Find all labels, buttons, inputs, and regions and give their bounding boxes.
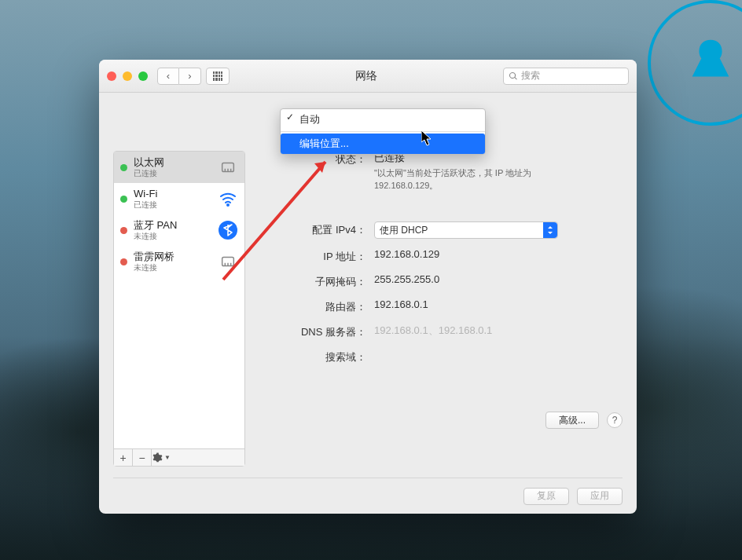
dropdown-separator	[281, 131, 485, 132]
ipv4-config-label: 配置 IPv4：	[258, 221, 374, 237]
cursor-icon	[421, 130, 434, 146]
status-dot	[120, 227, 127, 234]
subnet-mask-value: 255.255.255.0	[374, 273, 623, 285]
window-title: 网络	[230, 69, 503, 83]
status-dot	[120, 164, 127, 171]
interface-sidebar: 以太网 已连接 Wi-Fi 已连接	[113, 151, 245, 467]
show-all-button[interactable]	[206, 68, 230, 85]
location-dropdown[interactable]: 自动 编辑位置...	[280, 108, 486, 155]
forward-button[interactable]: ›	[179, 68, 201, 85]
search-placeholder: 搜索	[521, 69, 540, 82]
network-preferences-window: ‹ › 网络 搜索 位置： 自动 编辑位置...	[99, 60, 637, 514]
status-dot	[120, 196, 127, 203]
sidebar-item-thunderbolt-bridge[interactable]: 雷雳网桥 未连接	[114, 246, 244, 277]
thunderbolt-icon	[218, 251, 238, 272]
sidebar-toolbar: + − ▼	[114, 448, 244, 466]
back-button[interactable]: ‹	[157, 68, 179, 85]
search-domain-label: 搜索域：	[258, 349, 374, 364]
titlebar: ‹ › 网络 搜索	[99, 60, 637, 93]
location-option-edit[interactable]: 编辑位置...	[281, 134, 485, 154]
close-button[interactable]	[107, 71, 116, 81]
advanced-button[interactable]: 高级...	[545, 412, 599, 429]
help-button[interactable]: ?	[607, 412, 623, 428]
router-value: 192.168.0.1	[374, 298, 623, 310]
gear-icon	[152, 452, 163, 463]
sidebar-item-bluetooth-pan[interactable]: 蓝牙 PAN 未连接	[114, 214, 244, 246]
sidebar-item-wifi[interactable]: Wi-Fi 已连接	[114, 183, 244, 214]
sidebar-item-ethernet[interactable]: 以太网 已连接	[114, 152, 244, 183]
footer-separator	[113, 478, 623, 478]
apply-button[interactable]: 应用	[577, 488, 623, 505]
location-option-auto[interactable]: 自动	[281, 109, 485, 130]
dns-label: DNS 服务器：	[258, 324, 374, 339]
svg-point-3	[227, 204, 229, 206]
remove-interface-button[interactable]: −	[133, 449, 152, 466]
search-icon	[509, 71, 518, 81]
status-dot	[120, 258, 127, 265]
interface-actions-menu[interactable]: ▼	[152, 449, 171, 466]
ip-address-label: IP 地址：	[258, 248, 374, 264]
wifi-icon	[218, 188, 238, 209]
interface-detail: 状态： 已连接 "以太网"当前处于活跃状态，其 IP 地址为 192.168.0…	[258, 151, 623, 467]
subnet-mask-label: 子网掩码：	[258, 273, 374, 289]
router-label: 路由器：	[258, 298, 374, 314]
bluetooth-icon	[218, 220, 238, 240]
select-arrow-icon	[543, 222, 557, 238]
revert-button[interactable]: 复原	[523, 488, 569, 505]
window-controls	[107, 71, 148, 81]
ipv4-config-select[interactable]: 使用 DHCP	[374, 221, 558, 239]
status-description: "以太网"当前处于活跃状态，其 IP 地址为 192.168.0.129。	[374, 167, 571, 192]
add-interface-button[interactable]: +	[114, 449, 133, 466]
chevron-down-icon: ▼	[164, 454, 171, 461]
minimize-button[interactable]	[123, 71, 132, 81]
ip-address-value: 192.168.0.129	[374, 248, 623, 260]
ethernet-icon	[218, 157, 238, 178]
fullscreen-button[interactable]	[138, 71, 148, 81]
search-input[interactable]: 搜索	[503, 68, 629, 85]
dns-value: 192.168.0.1、192.168.0.1	[374, 324, 623, 338]
